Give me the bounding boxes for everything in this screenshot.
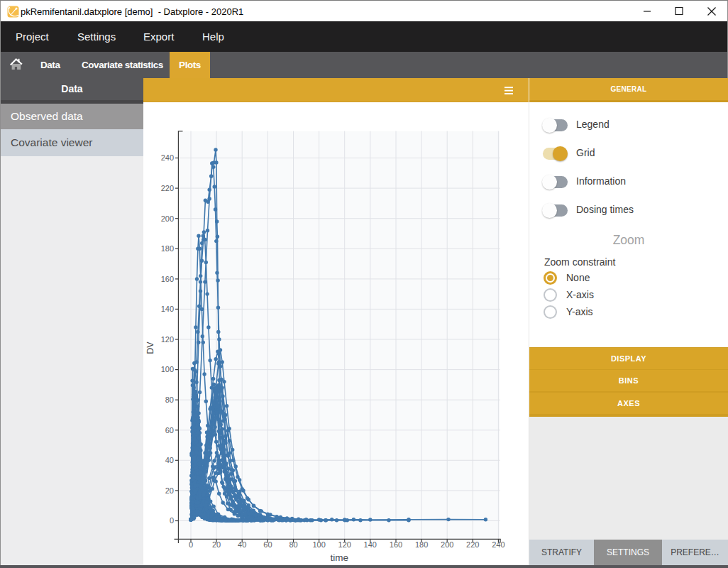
svg-text:0: 0: [170, 516, 174, 525]
svg-text:100: 100: [312, 540, 325, 549]
svg-text:240: 240: [492, 540, 504, 549]
svg-text:200: 200: [161, 214, 174, 223]
svg-text:120: 120: [161, 335, 174, 344]
svg-text:0: 0: [189, 540, 193, 549]
svg-text:160: 160: [161, 275, 174, 283]
svg-text:240: 240: [161, 153, 174, 162]
svg-text:220: 220: [161, 184, 174, 192]
svg-text:20: 20: [212, 540, 221, 549]
svg-text:180: 180: [161, 244, 174, 253]
svg-text:20: 20: [165, 486, 174, 495]
svg-text:180: 180: [415, 540, 428, 549]
svg-text:120: 120: [338, 540, 351, 549]
svg-text:80: 80: [165, 395, 174, 404]
svg-text:80: 80: [289, 540, 297, 549]
svg-text:DV: DV: [145, 342, 155, 354]
svg-text:160: 160: [390, 540, 402, 549]
svg-text:60: 60: [263, 540, 272, 549]
svg-text:40: 40: [238, 540, 246, 549]
svg-text:time: time: [331, 552, 349, 563]
svg-text:60: 60: [165, 426, 174, 435]
svg-text:200: 200: [441, 540, 453, 549]
svg-text:100: 100: [161, 365, 174, 373]
svg-text:140: 140: [364, 540, 377, 549]
svg-text:220: 220: [466, 540, 479, 549]
svg-text:40: 40: [165, 456, 174, 464]
svg-text:140: 140: [161, 305, 174, 313]
